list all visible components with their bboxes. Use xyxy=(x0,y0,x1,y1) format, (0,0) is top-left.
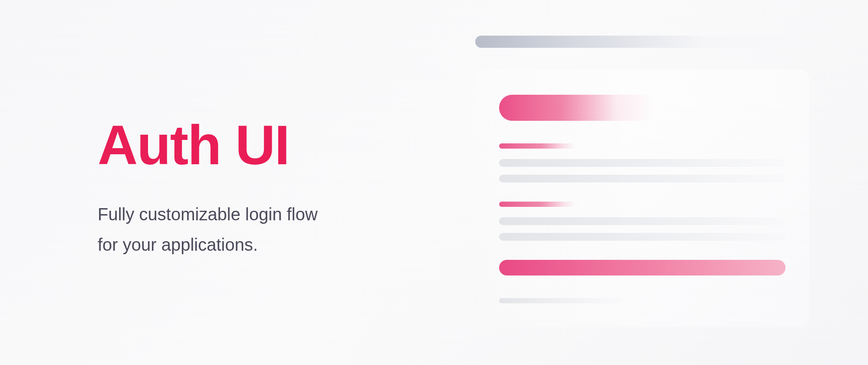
page-title: Auth UI xyxy=(98,117,318,173)
page-subtitle: Fully customizable login flow for your a… xyxy=(98,199,318,260)
mockup-input-placeholder xyxy=(499,159,786,167)
hero-text-block: Auth UI Fully customizable login flow fo… xyxy=(98,117,318,260)
login-form-mockup xyxy=(475,36,809,327)
mockup-submit-button-placeholder xyxy=(499,260,786,275)
mockup-heading-placeholder xyxy=(499,95,655,121)
mockup-input-placeholder xyxy=(499,233,786,241)
mockup-nav-bar xyxy=(475,36,805,48)
mockup-input-placeholder xyxy=(499,175,786,182)
mockup-input-placeholder xyxy=(499,217,786,225)
mockup-field-label-placeholder xyxy=(499,143,575,149)
mockup-footer-text-placeholder xyxy=(499,298,629,303)
mockup-field-label-placeholder xyxy=(499,202,575,207)
mockup-card xyxy=(475,70,809,327)
